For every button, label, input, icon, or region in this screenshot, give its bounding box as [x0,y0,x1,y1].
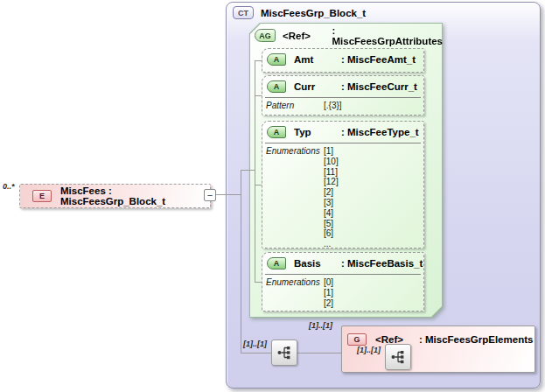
facet-value: [11] [324,167,339,178]
facet-value: [4] [324,208,339,219]
attribute-typ[interactable]: A Typ : MiscFeeType_t Enumerations [1] [… [262,121,424,248]
facet-value: [.{3}] [324,101,342,111]
connector-element-to-type [216,194,241,195]
attribute-type: : MiscFeeAmt_t [341,54,416,65]
facet-value: [3] [324,198,339,208]
attribute-group-name: <Ref> [283,31,332,41]
facet-value: ... [324,239,339,248]
facet-label: Enumerations [266,277,324,308]
attribute-name: Basis [294,258,341,269]
facet-value: [1] [324,288,333,298]
element-miscfees[interactable]: E MiscFees : MiscFeesGrp_Block_t [19,184,211,208]
facet-values: [.{3}] [324,101,342,111]
attribute-type: : MiscFeeType_t [341,127,419,137]
minus-icon: − [207,191,213,200]
complex-type-icon: CT [233,6,254,19]
attribute-name: Amt [294,54,341,65]
facet-value: [1] [324,146,339,157]
facet-enumerations: Enumerations [0] [1] [2] [262,275,423,308]
element-icon: E [32,190,52,202]
facet-pattern: Pattern [.{3}] [262,98,423,111]
connector-trunk-to-sequence [241,353,272,354]
attribute-amt[interactable]: A Amt : MiscFeeAmt_t [262,48,424,73]
facet-value: [2] [324,298,333,309]
complex-type-header: CT MiscFeesGrp_Block_t [233,6,366,19]
connector-sequence-to-group [297,353,341,354]
attribute-type: : MiscFeeCurr_t [341,81,417,92]
facet-value: [0] [324,277,333,288]
attribute-curr-header: A Curr : MiscFeeCurr_t [262,76,423,97]
sequence-icon[interactable] [385,344,411,370]
group-type: : MiscFeesGrpElements [419,334,533,345]
connector-attribute-bracket [255,60,255,283]
group-inner-occurrence: [1]..[1] [357,346,381,354]
facet-label: Enumerations [266,146,324,248]
connector-trunk-to-attributes [241,170,255,171]
attribute-basis[interactable]: A Basis : MiscFeeBasis_t Enumerations [0… [262,252,424,312]
attribute-name: Typ [294,127,341,137]
attribute-basis-header: A Basis : MiscFeeBasis_t [262,253,423,274]
facet-value: [2] [324,187,339,198]
element-occurrence: 0..* [3,182,15,191]
facet-value: [12] [324,177,339,187]
complex-type-title: MiscFeesGrp_Block_t [261,8,366,18]
xsd-diagram: CT MiscFeesGrp_Block_t AG <Ref> : MiscFe… [0,0,545,392]
facet-enumerations: Enumerations [1] [10] [11] [12] [2] [3] … [262,144,423,248]
attribute-group-header: AG <Ref> : MiscFeesGrpAttributes [249,23,443,48]
collapse-toggle[interactable]: − [204,189,216,201]
sequence-occurrence: [1]..[1] [243,340,267,348]
attribute-icon: A [267,80,286,93]
facet-value: [5] [324,219,339,229]
attribute-icon: A [267,126,286,138]
facet-values: [0] [1] [2] [324,277,333,308]
facet-label: Pattern [266,101,324,111]
facet-values: [1] [10] [11] [12] [2] [3] [4] [5] [6] .… [324,146,339,248]
attribute-curr[interactable]: A Curr : MiscFeeCurr_t Pattern [.{3}] [262,75,424,116]
attribute-icon: A [267,53,286,66]
group-icon: G [347,333,367,346]
attribute-typ-header: A Typ : MiscFeeType_t [262,122,423,143]
facet-value: [6] [324,228,339,239]
attribute-group-type: : MiscFeesGrpAttributes [332,25,443,46]
connector-trunk [241,170,241,354]
facet-value: [10] [324,157,339,167]
attribute-amt-header: A Amt : MiscFeeAmt_t [262,49,423,70]
attribute-name: Curr [294,81,341,92]
sequence-icon[interactable] [271,340,297,366]
attribute-group-icon: AG [255,29,276,42]
element-label: MiscFees : MiscFeesGrp_Block_t [60,186,210,206]
attribute-icon: A [267,257,286,270]
group-occurrence: [1]..[1] [309,321,332,330]
attribute-type: : MiscFeeBasis_t [341,258,423,269]
